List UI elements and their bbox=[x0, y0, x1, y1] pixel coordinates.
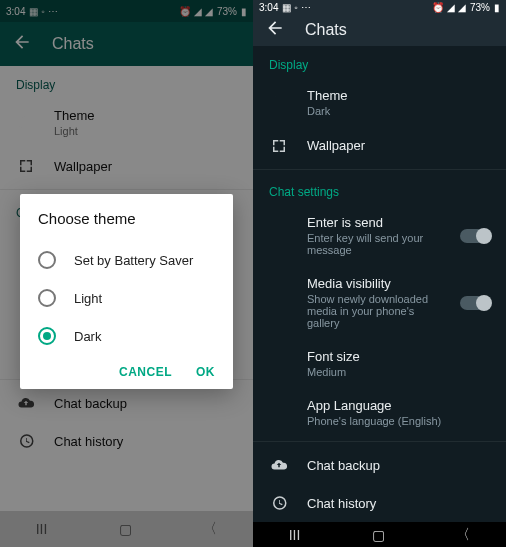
theme-value: Dark bbox=[307, 105, 490, 117]
theme-icon bbox=[269, 93, 289, 111]
font-size-row[interactable]: Font size Medium bbox=[253, 339, 506, 388]
media-visibility-title: Media visibility bbox=[307, 276, 442, 291]
cancel-button[interactable]: CANCEL bbox=[119, 365, 172, 379]
section-display: Display bbox=[253, 46, 506, 78]
radio-unchecked-icon bbox=[38, 251, 56, 269]
nav-home[interactable]: ▢ bbox=[372, 527, 385, 543]
enter-is-send-title: Enter is send bbox=[307, 215, 442, 230]
theme-row[interactable]: Theme Dark bbox=[253, 78, 506, 127]
chat-history-row[interactable]: Chat history bbox=[253, 484, 506, 522]
history-icon bbox=[269, 494, 289, 512]
screenshot-dark-theme: 3:04 ▦ ◦ ⋯ ⏰ ◢ ◢ 73% ▮ Chats Display The… bbox=[253, 0, 506, 547]
app-bar: Chats bbox=[253, 15, 506, 45]
theme-option-light[interactable]: Light bbox=[38, 279, 215, 317]
back-icon[interactable] bbox=[265, 18, 285, 42]
toggle-switch[interactable] bbox=[460, 229, 490, 243]
theme-title: Theme bbox=[307, 88, 490, 103]
wallpaper-icon bbox=[269, 137, 289, 155]
theme-option-battery-saver[interactable]: Set by Battery Saver bbox=[38, 241, 215, 279]
divider bbox=[253, 441, 506, 442]
screenshot-light-theme: 3:04 ▦ ◦ ⋯ ⏰ ◢ ◢ 73% ▮ Chats Display The… bbox=[0, 0, 253, 547]
option-label: Set by Battery Saver bbox=[74, 253, 193, 268]
radio-checked-icon bbox=[38, 327, 56, 345]
divider bbox=[253, 169, 506, 170]
nav-back[interactable]: 〈 bbox=[456, 526, 470, 544]
nav-recents[interactable]: III bbox=[289, 527, 301, 543]
app-title: Chats bbox=[305, 21, 347, 39]
status-battery: 73% bbox=[470, 2, 490, 13]
chat-history-title: Chat history bbox=[307, 496, 490, 511]
battery-icon: ▮ bbox=[494, 2, 500, 13]
chat-backup-title: Chat backup bbox=[307, 458, 490, 473]
radio-unchecked-icon bbox=[38, 289, 56, 307]
option-label: Light bbox=[74, 291, 102, 306]
section-chat-settings: Chat settings bbox=[253, 173, 506, 205]
media-visibility-sub: Show newly downloaded media in your phon… bbox=[307, 293, 442, 329]
nav-bar: III ▢ 〈 bbox=[253, 522, 506, 547]
ok-button[interactable]: OK bbox=[196, 365, 215, 379]
status-bar: 3:04 ▦ ◦ ⋯ ⏰ ◢ ◢ 73% ▮ bbox=[253, 0, 506, 15]
enter-is-send-row[interactable]: Enter is send Enter key will send your m… bbox=[253, 205, 506, 266]
wallpaper-row[interactable]: Wallpaper bbox=[253, 127, 506, 165]
app-language-sub: Phone's language (English) bbox=[307, 415, 490, 427]
status-icons-left: ▦ ◦ ⋯ bbox=[282, 2, 310, 13]
enter-is-send-sub: Enter key will send your message bbox=[307, 232, 442, 256]
dialog-title: Choose theme bbox=[38, 210, 215, 227]
font-size-title: Font size bbox=[307, 349, 490, 364]
choose-theme-dialog: Choose theme Set by Battery Saver Light … bbox=[20, 194, 233, 389]
theme-option-dark[interactable]: Dark bbox=[38, 317, 215, 355]
status-icons-right: ⏰ ◢ ◢ bbox=[432, 2, 466, 13]
wallpaper-title: Wallpaper bbox=[307, 138, 490, 153]
option-label: Dark bbox=[74, 329, 101, 344]
status-time: 3:04 bbox=[259, 2, 278, 13]
chat-backup-row[interactable]: Chat backup bbox=[253, 446, 506, 484]
app-language-title: App Language bbox=[307, 398, 490, 413]
app-language-row[interactable]: App Language Phone's language (English) bbox=[253, 388, 506, 437]
toggle-switch[interactable] bbox=[460, 296, 490, 310]
cloud-icon bbox=[269, 456, 289, 474]
font-size-sub: Medium bbox=[307, 366, 490, 378]
media-visibility-row[interactable]: Media visibility Show newly downloaded m… bbox=[253, 266, 506, 339]
